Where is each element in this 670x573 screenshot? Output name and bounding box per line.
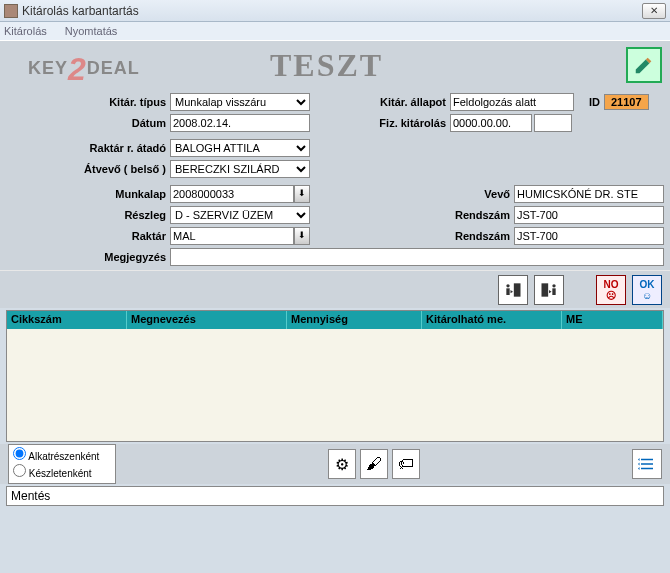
frown-icon: ☹ xyxy=(606,290,616,301)
status-bar: Mentés xyxy=(6,486,664,506)
list-icon xyxy=(638,455,656,473)
pencil-icon xyxy=(633,54,655,76)
bottom-bar: Alkatrészenként Készletenként ⚙ 🖌 🏷 xyxy=(0,444,670,484)
col-mennyiseg[interactable]: Mennyiség xyxy=(287,311,422,329)
label-atvevo-belso: Átvevő ( belső ) xyxy=(6,163,170,175)
svg-rect-0 xyxy=(514,283,521,296)
grid-body[interactable] xyxy=(7,329,663,441)
person-in-button[interactable] xyxy=(498,275,528,305)
grid-header: Cikkszám Megnevezés Mennyiség Kitárolhat… xyxy=(7,311,663,329)
input-datum[interactable] xyxy=(170,114,310,132)
person-out-button[interactable] xyxy=(534,275,564,305)
col-me[interactable]: ME xyxy=(562,311,663,329)
input-rendszam[interactable] xyxy=(514,206,664,224)
lookup-munkalap-button[interactable]: ⬇ xyxy=(294,185,310,203)
label-fiz-kitarolas: Fiz. kitárolás xyxy=(340,117,450,129)
form-area: Kitár. típus Munkalap visszáru Kitár. ál… xyxy=(0,88,670,270)
brush-help-button[interactable]: 🖌 xyxy=(360,449,388,479)
col-kitarolhato-me[interactable]: Kitárolható me. xyxy=(422,311,562,329)
menu-kitarolas[interactable]: Kitárolás xyxy=(4,25,47,37)
label-raktar: Raktár xyxy=(6,230,170,242)
logo-teszt: TESZT xyxy=(270,47,383,84)
input-vevo[interactable] xyxy=(514,185,664,203)
svg-rect-2 xyxy=(542,283,549,296)
window-title: Kitárolás karbantartás xyxy=(22,4,642,18)
col-megnevezes[interactable]: Megnevezés xyxy=(127,311,287,329)
radio-keszletenkent[interactable]: Készletenként xyxy=(13,464,111,481)
radio-alkatreszenkent[interactable]: Alkatrészenként xyxy=(13,447,111,464)
label-id: ID xyxy=(586,96,604,108)
label-rendszam2: Rendszám xyxy=(434,230,514,242)
select-raktar-atado[interactable]: BALOGH ATTILA xyxy=(170,139,310,157)
menu-bar: Kitárolás Nyomtatás xyxy=(0,22,670,40)
logo-key2deal: KEY2DEAL xyxy=(28,51,140,88)
label-megjegyzes: Megjegyzés xyxy=(6,251,170,263)
person-in-icon xyxy=(503,280,523,300)
input-fiz-kitarolas[interactable] xyxy=(450,114,532,132)
data-grid: Cikkszám Megnevezés Mennyiség Kitárolhat… xyxy=(6,310,664,442)
label-datum: Dátum xyxy=(6,117,170,129)
no-button[interactable]: NO☹ xyxy=(596,275,626,305)
ok-button[interactable]: OK☺ xyxy=(632,275,662,305)
tag-button[interactable]: 🏷 xyxy=(392,449,420,479)
label-munkalap: Munkalap xyxy=(6,188,170,200)
app-icon xyxy=(4,4,18,18)
list-button[interactable] xyxy=(632,449,662,479)
edit-button[interactable] xyxy=(626,47,662,83)
input-megjegyzes[interactable] xyxy=(170,248,664,266)
input-raktar[interactable] xyxy=(170,227,294,245)
gear-icon: ⚙ xyxy=(335,455,349,474)
label-vevo: Vevő xyxy=(460,188,514,200)
select-reszleg[interactable]: D - SZERVIZ ÜZEM xyxy=(170,206,310,224)
input-munkalap[interactable] xyxy=(170,185,294,203)
label-kitar-tipus: Kitár. típus xyxy=(6,96,170,108)
lookup-raktar-button[interactable]: ⬇ xyxy=(294,227,310,245)
smile-icon: ☺ xyxy=(642,290,652,301)
svg-point-3 xyxy=(552,284,555,287)
col-cikkszam[interactable]: Cikkszám xyxy=(7,311,127,329)
id-value: 21107 xyxy=(604,94,649,110)
input-rendszam2[interactable] xyxy=(514,227,664,245)
label-reszleg: Részleg xyxy=(6,209,170,221)
header-row: KEY2DEAL TESZT xyxy=(0,40,670,88)
title-bar: Kitárolás karbantartás ✕ xyxy=(0,0,670,22)
close-button[interactable]: ✕ xyxy=(642,3,666,19)
person-out-icon xyxy=(539,280,559,300)
select-kitar-tipus[interactable]: Munkalap visszáru xyxy=(170,93,310,111)
input-fiz-extra[interactable] xyxy=(534,114,572,132)
brush-icon: 🖌 xyxy=(366,455,382,473)
view-mode-group: Alkatrészenként Készletenként xyxy=(8,444,116,484)
label-rendszam: Rendszám xyxy=(434,209,514,221)
svg-point-1 xyxy=(506,284,509,287)
input-kitar-allapot[interactable] xyxy=(450,93,574,111)
menu-nyomtatas[interactable]: Nyomtatás xyxy=(65,25,118,37)
select-atvevo-belso[interactable]: BERECZKI SZILÁRD xyxy=(170,160,310,178)
action-button-row: NO☹ OK☺ xyxy=(0,270,670,308)
tag-icon: 🏷 xyxy=(398,455,414,473)
label-raktar-atado: Raktár r. átadó xyxy=(6,142,170,154)
gear-help-button[interactable]: ⚙ xyxy=(328,449,356,479)
label-kitar-allapot: Kitár. állapot xyxy=(340,96,450,108)
